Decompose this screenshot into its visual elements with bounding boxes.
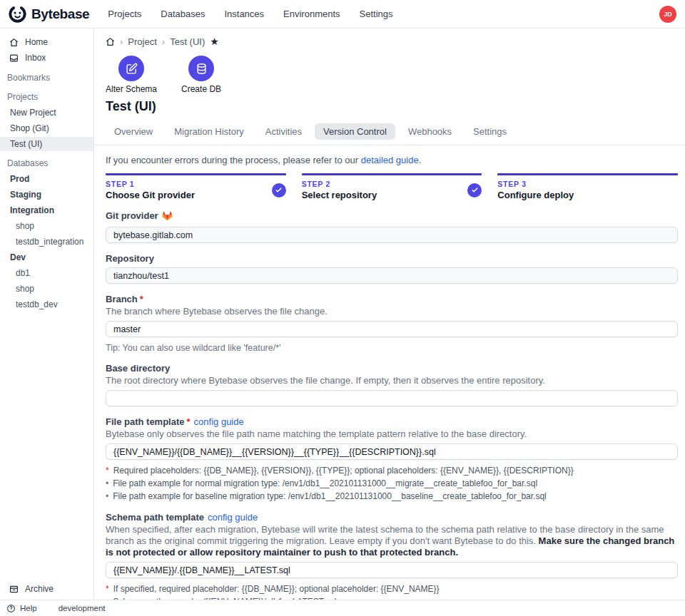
- file-path-config-guide-link[interactable]: config guide: [194, 416, 244, 427]
- notice-suffix: .: [419, 155, 422, 165]
- notice-text: If you encounter errors during the proce…: [106, 155, 361, 165]
- step-2: STEP 2 Select repository: [302, 173, 482, 200]
- nav-environments[interactable]: Environments: [283, 9, 340, 19]
- bytebase-logo[interactable]: Bytebase: [9, 5, 89, 23]
- branch-input[interactable]: [106, 321, 678, 337]
- top-nav: Bytebase Projects Databases Instances En…: [0, 0, 685, 29]
- favorite-star-icon[interactable]: ★: [210, 36, 219, 46]
- base-directory-description: The root directory where Bytebase observ…: [106, 375, 678, 386]
- breadcrumb-test-ui[interactable]: Test (UI): [170, 36, 205, 47]
- file-path-template-field-group: File path template*config guide Bytebase…: [106, 416, 678, 502]
- step-title: Select repository: [302, 190, 377, 200]
- breadcrumb-home-icon[interactable]: [106, 37, 115, 46]
- sidebar-section-bookmarks: Bookmarks: [0, 71, 93, 85]
- sidebar-item-inbox[interactable]: Inbox: [0, 50, 93, 66]
- step-indicator: STEP 1 Choose Git provider STEP 2 Select…: [106, 173, 678, 200]
- step-bar: [302, 173, 482, 175]
- brand-name: Bytebase: [31, 6, 89, 22]
- file-path-template-input[interactable]: [106, 443, 678, 460]
- page-title: Test (UI): [106, 99, 678, 115]
- branch-description: The branch where Bytebase observes the f…: [106, 306, 678, 317]
- sidebar-item-shop-git[interactable]: Shop (Git): [0, 121, 93, 135]
- git-provider-label: Git provider: [106, 210, 678, 223]
- step-1: STEP 1 Choose Git provider: [106, 173, 286, 200]
- step-number: STEP 1: [106, 180, 195, 188]
- sidebar-item-archive[interactable]: Archive: [0, 581, 93, 597]
- quick-action-label: Alter Schema: [106, 84, 157, 94]
- git-provider-input[interactable]: [106, 227, 678, 243]
- base-directory-input[interactable]: [106, 390, 678, 406]
- create-db-button[interactable]: Create DB: [181, 56, 221, 94]
- breadcrumb-project[interactable]: Project: [128, 36, 156, 47]
- step-number: STEP 3: [497, 180, 574, 188]
- tab-version-control[interactable]: Version Control: [315, 123, 395, 140]
- quick-action-label: Create DB: [181, 84, 221, 94]
- repository-field-group: Repository: [106, 253, 678, 284]
- schema-path-config-guide-link[interactable]: config guide: [208, 512, 258, 523]
- tab-activities[interactable]: Activities: [257, 123, 310, 140]
- schema-path-template-field-group: Schema path templateconfig guide When sp…: [106, 512, 678, 600]
- schema-path-template-description: When specified, after each migration, By…: [106, 524, 678, 558]
- sidebar-item-test-ui[interactable]: Test (UI): [0, 137, 93, 151]
- required-asterisk: *: [187, 416, 191, 427]
- note-schema-path-example: • Schema path example: /{{ENV_NAME}}/.db…: [106, 596, 678, 600]
- bytebase-logo-icon: [9, 5, 26, 23]
- home-icon: [9, 38, 19, 47]
- file-path-template-notes: * Required placeholders: {{DB_NAME}}, {{…: [106, 465, 678, 502]
- required-asterisk: *: [140, 294, 143, 304]
- step-bar: [106, 173, 286, 175]
- sidebar-section-projects: Projects: [0, 90, 93, 104]
- sidebar-env-integration[interactable]: Integration: [0, 203, 93, 217]
- tab-migration-history[interactable]: Migration History: [166, 123, 253, 140]
- main-content: › Project › Test (UI) ★ Alter Schema: [94, 29, 685, 600]
- sidebar-env-prod[interactable]: Prod: [0, 172, 93, 186]
- nav-projects[interactable]: Projects: [108, 9, 141, 19]
- archive-icon: [9, 585, 19, 594]
- branch-tip: Tip: You can also use wildcard like 'fea…: [106, 343, 678, 353]
- database-icon: [188, 56, 214, 81]
- sidebar-item-new-project[interactable]: New Project: [0, 106, 93, 120]
- sidebar-item-home[interactable]: Home: [0, 34, 93, 50]
- version-text: development: [59, 604, 106, 612]
- repository-label: Repository: [106, 253, 678, 264]
- sidebar-db-testdb-integration[interactable]: testdb_integration: [0, 235, 93, 249]
- step-done-check-icon: [467, 183, 482, 197]
- sidebar-db-shop-integration[interactable]: shop: [0, 219, 93, 233]
- tab-webhooks[interactable]: Webhooks: [400, 123, 460, 140]
- note-schema-required-placeholder: * If specified, required placeholder: {{…: [106, 583, 678, 595]
- nav-settings[interactable]: Settings: [360, 9, 393, 19]
- repository-input[interactable]: [106, 267, 678, 284]
- tab-overview[interactable]: Overview: [106, 123, 161, 140]
- nav-instances[interactable]: Instances: [224, 9, 264, 19]
- sidebar-env-staging[interactable]: Staging: [0, 188, 93, 202]
- step-3: STEP 3 Configure deploy: [497, 173, 678, 200]
- edit-icon: [118, 56, 144, 81]
- step-done-check-icon: [272, 183, 286, 197]
- step-number: STEP 2: [302, 180, 377, 188]
- user-avatar[interactable]: JD: [659, 6, 676, 23]
- note-baseline-migration-example: • File path example for baseline migrati…: [106, 491, 678, 502]
- vcs-config-form: Git provider Repository Branch* The bran…: [106, 210, 678, 600]
- sidebar-db-testdb-dev[interactable]: testdb_dev: [0, 297, 93, 312]
- breadcrumb: › Project › Test (UI) ★: [106, 36, 678, 47]
- branch-label: Branch*: [106, 294, 678, 304]
- error-notice: If you encounter errors during the proce…: [106, 155, 678, 165]
- sidebar-item-label: Inbox: [25, 53, 46, 63]
- tab-settings[interactable]: Settings: [465, 123, 515, 140]
- detailed-guide-link[interactable]: detailed guide: [361, 155, 419, 165]
- alter-schema-button[interactable]: Alter Schema: [106, 56, 157, 94]
- sidebar-db-db1[interactable]: db1: [0, 266, 93, 280]
- breadcrumb-separator: ›: [162, 36, 165, 47]
- step-title: Configure deploy: [497, 190, 574, 200]
- schema-path-template-notes: * If specified, required placeholder: {{…: [106, 583, 678, 600]
- schema-path-template-input[interactable]: [106, 562, 678, 578]
- sidebar-item-label: Home: [25, 37, 48, 47]
- inbox-icon: [9, 53, 19, 63]
- file-path-template-label: File path template*config guide: [106, 416, 678, 427]
- sidebar-db-shop-dev[interactable]: shop: [0, 282, 93, 296]
- help-label: Help: [20, 604, 37, 612]
- note-normal-migration-example: • File path example for normal migration…: [106, 478, 678, 489]
- sidebar-env-dev[interactable]: Dev: [0, 250, 93, 265]
- help-button[interactable]: Help: [6, 604, 37, 613]
- nav-databases[interactable]: Databases: [161, 9, 205, 19]
